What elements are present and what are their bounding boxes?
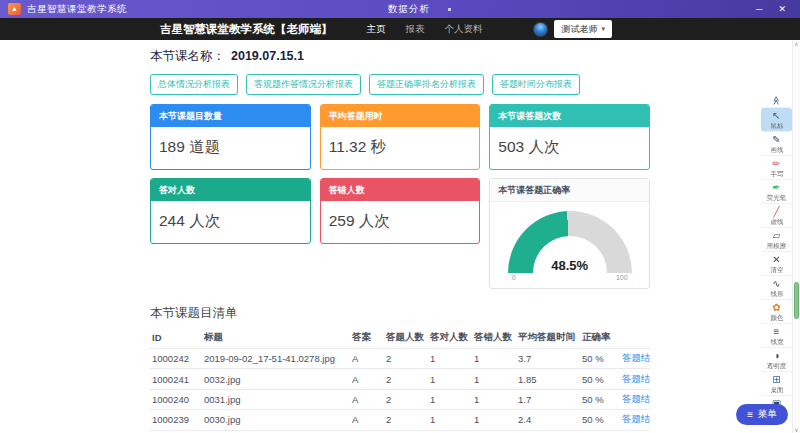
table-column-header: 答对人数	[428, 327, 472, 349]
scrollbar[interactable]: ∧ ∨	[792, 40, 800, 433]
table-section-title: 本节课题目清单	[150, 305, 650, 322]
gauge-card: 本节课答题正确率 48.5% 0 100	[489, 178, 650, 289]
nav-item-报表[interactable]: 报表	[406, 23, 425, 36]
table-cell: 50 %	[580, 389, 620, 409]
window-title: 吉星智慧课堂教学系统	[27, 3, 127, 16]
question-table: ID标题答案答题人数答对人数答错人数平均答题时间正确率 10002422019-…	[150, 327, 650, 433]
stat-card-title: 本节课题目数量	[151, 105, 310, 127]
toolbar-item-label: 透明度	[767, 361, 786, 369]
table-cell: A	[350, 349, 384, 369]
stat-card-value: 11.32 秒	[321, 127, 480, 169]
toolbar-item-handwrite[interactable]: ✏手写	[761, 156, 792, 180]
table-cell: 答题结果	[620, 369, 650, 389]
scroll-down-icon[interactable]: ∨	[793, 426, 800, 433]
table-cell: 答题结果	[620, 349, 650, 369]
stat-card-value: 244 人次	[151, 201, 310, 243]
table-column-header	[620, 327, 650, 349]
toolbar-item-highlighter[interactable]: ✒荧光笔	[761, 180, 792, 204]
window-center-title: 数据分析	[388, 3, 430, 16]
stat-card-value: 189 道题	[151, 127, 310, 169]
table-row: 10002410032.jpgA2111.8550 %答题结果	[150, 369, 650, 389]
toolbar-item-opacity[interactable]: ◑透明度	[761, 348, 792, 372]
nav-item-个人资料[interactable]: 个人资料	[445, 23, 483, 36]
navbar: 吉星智慧课堂教学系统【老师端】 主页报表个人资料 测试老师 ▾	[0, 18, 800, 40]
toolbar-item-color[interactable]: ✿颜色	[761, 300, 792, 324]
toolbar-item-clear[interactable]: ✕清空	[761, 252, 792, 276]
table-column-header: 平均答题时间	[516, 327, 580, 349]
toolbar-item-desktop[interactable]: ⊞桌面	[761, 372, 792, 396]
draw-line-icon: ✎	[772, 134, 780, 145]
stat-card-value: 259 人次	[321, 201, 480, 243]
stat-card-2: 平均答题用时11.32 秒	[320, 104, 481, 170]
table-cell: 2	[384, 410, 428, 430]
table-cell: 1000240	[150, 389, 202, 409]
table-column-header: 答错人数	[472, 327, 516, 349]
answer-result-link[interactable]: 答题结果	[622, 413, 650, 424]
close-button[interactable]: ✕	[778, 3, 786, 15]
table-cell: 答题结果	[620, 410, 650, 430]
answer-result-link[interactable]: 答题结果	[622, 393, 650, 404]
toolbar-item-dashed-line[interactable]: ╱虚线	[761, 204, 792, 228]
scrollbar-thumb[interactable]	[794, 282, 799, 319]
toolbar-item-label: 线形	[770, 289, 783, 297]
menu-icon: ≡	[747, 409, 753, 420]
report-button[interactable]: 答题正确率排名分析报表	[369, 74, 484, 95]
stat-card-title: 答错人数	[321, 179, 480, 201]
toolbar-item-draw-line[interactable]: ✎画线	[761, 132, 792, 156]
toolbar-item-eraser[interactable]: ▱黑板擦	[761, 228, 792, 252]
table-cell: 2	[384, 369, 428, 389]
table-column-header: 标题	[202, 327, 350, 349]
annotation-toolbar: ≫↖鼠标✎画线✏手写✒荧光笔╱虚线▱黑板擦✕清空∿线形✿颜色≡线宽◑透明度⊞桌面…	[761, 93, 792, 419]
report-buttons: 总体情况分析报表客观题作答情况分析报表答题正确率排名分析报表答题时间分布报表	[150, 74, 650, 95]
toolbar-item-label: 线宽	[770, 337, 783, 345]
opacity-icon: ◑	[773, 350, 779, 361]
table-cell: 50 %	[580, 410, 620, 430]
toolbar-item-label: 鼠标	[770, 121, 783, 129]
toolbar-item-label: 黑板擦	[767, 241, 786, 249]
report-button[interactable]: 总体情况分析报表	[150, 74, 238, 95]
app-brand: 吉星智慧课堂教学系统【老师端】	[160, 22, 333, 37]
color-icon: ✿	[772, 302, 780, 313]
table-cell: A	[350, 389, 384, 409]
avatar	[533, 22, 548, 37]
report-button[interactable]: 答题时间分布报表	[492, 74, 580, 95]
table-cell: 1	[472, 410, 516, 430]
answer-result-link[interactable]: 答题结果	[622, 373, 650, 384]
table-row: 10002422019-09-02_17-51-41.0278.jpgA2113…	[150, 349, 650, 369]
nav-item-主页[interactable]: 主页	[367, 23, 386, 36]
minimize-button[interactable]: ─	[756, 3, 762, 15]
menu-button[interactable]: ≡ 菜单	[736, 404, 788, 425]
toolbar-item-collapse[interactable]: ≫	[761, 93, 792, 108]
table-cell: 50 %	[580, 369, 620, 389]
app-logo-icon: ▲	[8, 3, 21, 15]
toolbar-item-line-width[interactable]: ≡线宽	[761, 324, 792, 348]
toolbar-item-mouse[interactable]: ↖鼠标	[761, 108, 792, 132]
user-menu-button[interactable]: 测试老师 ▾	[554, 20, 612, 38]
stat-card-4: 答对人数244 人次	[150, 178, 311, 244]
nav-menu: 主页报表个人资料	[367, 23, 483, 36]
answer-result-link[interactable]: 答题结果	[622, 352, 650, 363]
report-button[interactable]: 客观题作答情况分析报表	[246, 74, 361, 95]
course-name-label: 本节课名称：	[150, 48, 225, 65]
table-cell: 1	[472, 349, 516, 369]
gauge-value: 48.5%	[508, 258, 632, 273]
table-cell: 1000242	[150, 349, 202, 369]
stat-card-title: 平均答题用时	[321, 105, 480, 127]
table-cell: 1.7	[516, 389, 580, 409]
stat-card-value: 503 人次	[490, 127, 649, 169]
course-name-value: 2019.07.15.1	[231, 49, 304, 63]
table-column-header: ID	[150, 327, 202, 349]
toolbar-item-label: 桌面	[770, 385, 783, 393]
table-cell: 1000241	[150, 369, 202, 389]
scroll-up-icon[interactable]: ∧	[793, 40, 800, 47]
gauge-chart: 48.5%	[508, 211, 632, 273]
table-cell: 2	[384, 349, 428, 369]
table-cell: 3.7	[516, 349, 580, 369]
toolbar-item-line-shape[interactable]: ∿线形	[761, 276, 792, 300]
table-cell: 2019-09-02_17-51-41.0278.jpg	[202, 349, 350, 369]
toolbar-item-label: 画线	[770, 145, 783, 153]
stats-grid: 本节课答题正确率 48.5% 0 100 本节课题目数量189 道题平均答题用时…	[150, 104, 650, 289]
window-titlebar: ▲ 吉星智慧课堂教学系统 数据分析 ─ ✕	[0, 0, 800, 18]
chevron-down-icon: ▾	[601, 25, 605, 33]
table-cell: A	[350, 410, 384, 430]
